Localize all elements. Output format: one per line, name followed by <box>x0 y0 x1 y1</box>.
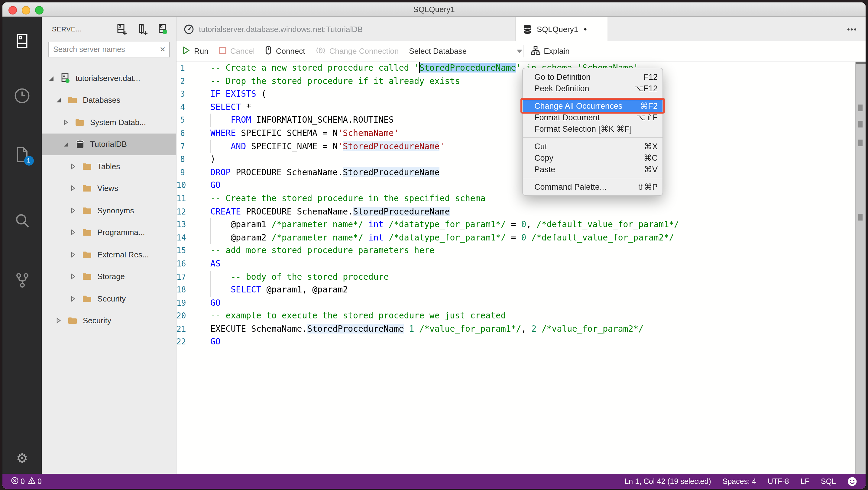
active-connections-icon[interactable] <box>157 23 168 35</box>
tree-item-programma[interactable]: Programma... <box>42 222 176 243</box>
sidebar-header: SERVE... <box>42 17 176 41</box>
twisty-collapsed-icon[interactable] <box>68 229 77 236</box>
menu-separator <box>523 137 662 138</box>
select-database-dropdown[interactable]: Select Database <box>409 46 523 56</box>
tab-server-dashboard[interactable]: tutorialserver.database.windows.net:Tuto… <box>177 17 516 41</box>
line-number: 11 <box>177 192 185 205</box>
code-lines: 1-- Create a new stored procedure called… <box>177 62 856 349</box>
tree-item-views[interactable]: Views <box>42 177 176 199</box>
menu-item-change-all-occurrences[interactable]: Change All Occurrences⌘F2 <box>523 100 662 111</box>
menu-item-command-palette[interactable]: Command Palette...⇧⌘P <box>523 181 662 192</box>
gear-icon[interactable]: ⚙ <box>2 451 42 466</box>
status-eol[interactable]: LF <box>801 477 809 486</box>
status-encoding[interactable]: UTF-8 <box>768 477 789 486</box>
tree-item-synonyms[interactable]: Synonyms <box>42 199 176 222</box>
twisty-collapsed-icon[interactable] <box>68 273 77 280</box>
problems-indicator[interactable]: 0 0 <box>11 477 42 486</box>
overview-cursor-mark <box>856 62 866 64</box>
twisty-collapsed-icon[interactable] <box>68 207 77 214</box>
explain-button[interactable]: Explain <box>530 45 569 57</box>
search-server-input[interactable]: Search server names ✕ <box>49 42 170 57</box>
twisty-collapsed-icon[interactable] <box>68 185 77 192</box>
menu-item-paste[interactable]: Paste⌘V <box>523 163 662 175</box>
line-number: 9 <box>177 166 185 179</box>
twisty-collapsed-icon[interactable] <box>61 119 69 126</box>
editor-context-menu: Go to DefinitionF12Peek Definition⌥F12Ch… <box>522 68 663 196</box>
twisty-collapsed-icon[interactable] <box>54 318 62 324</box>
twisty-expanded-icon[interactable] <box>54 97 62 104</box>
menu-item-go-to-definition[interactable]: Go to DefinitionF12 <box>523 71 662 83</box>
indent-guide <box>210 218 211 231</box>
open-editors-badge: 1 <box>24 156 34 166</box>
tree-item-databases[interactable]: Databases <box>42 89 176 111</box>
code-line-19: 19GO <box>177 296 856 309</box>
menu-item-label: Command Palette... <box>534 182 607 191</box>
twisty-expanded-icon[interactable] <box>46 75 55 81</box>
change-connection-button[interactable]: Change Connection <box>315 45 399 57</box>
activity-item-search[interactable] <box>2 210 42 234</box>
line-number: 18 <box>177 283 185 296</box>
tree-item-external-res[interactable]: External Res... <box>42 243 176 265</box>
tree-item-security[interactable]: Security <box>42 309 176 332</box>
cancel-button[interactable]: Cancel <box>219 46 255 56</box>
menu-item-format-document[interactable]: Format Document⌥⇧F <box>523 111 662 123</box>
twisty-collapsed-icon[interactable] <box>68 163 77 170</box>
tab-sqlquery1[interactable]: SQLQuery1 ● <box>516 17 608 41</box>
line-number: 4 <box>177 101 185 114</box>
tree-item-label: tutorialserver.dat... <box>75 74 140 83</box>
menu-item-label: Go to Definition <box>534 72 591 81</box>
activity-item-source-control[interactable] <box>2 269 42 294</box>
status-language-mode[interactable]: SQL <box>821 477 836 486</box>
new-connection-icon[interactable] <box>116 23 128 35</box>
occurrence-highlight: StoredProcedureName <box>343 141 439 151</box>
occurrence-highlight: StoredProcedureName <box>353 206 450 216</box>
sidebar-title: SERVE... <box>52 25 82 33</box>
menu-item-cut[interactable]: Cut⌘X <box>523 140 662 152</box>
tree-item-system-datab[interactable]: System Datab... <box>42 111 176 133</box>
menu-item-format-selection-k-f[interactable]: Format Selection [⌘K ⌘F] <box>523 123 662 134</box>
code-line-16: 16AS <box>177 257 856 270</box>
feedback-smiley-icon[interactable] <box>847 477 857 486</box>
twisty-expanded-icon[interactable] <box>61 141 69 148</box>
tree-item-storage[interactable]: Storage <box>42 265 176 288</box>
editor-scrollbar[interactable] <box>855 62 866 474</box>
overview-ruler-mark <box>858 121 863 128</box>
folder-icon <box>75 119 85 126</box>
error-count: 0 <box>21 477 25 486</box>
servers-sidebar: SERVE... Search server names ✕ tutorials… <box>42 17 177 474</box>
tree-item-tables[interactable]: Tables <box>42 155 176 177</box>
line-number: 2 <box>177 75 185 88</box>
activity-item-open-editors[interactable]: 1 <box>2 144 42 168</box>
status-cursor-position[interactable]: Ln 1, Col 42 (19 selected) <box>624 477 711 486</box>
line-number: 8 <box>177 153 185 166</box>
editor-actions-menu-icon[interactable]: ••• <box>847 17 857 41</box>
line-number: 10 <box>177 179 185 192</box>
activity-item-servers[interactable] <box>2 30 42 54</box>
line-number: 7 <box>177 140 185 153</box>
code-line-11: 11-- Create the stored procedure in the … <box>177 192 856 205</box>
tree-item-security[interactable]: Security <box>42 288 176 309</box>
tree-item-tutorialserver-dat[interactable]: tutorialserver.dat... <box>42 67 176 89</box>
server-icon <box>60 73 70 84</box>
run-button[interactable]: Run <box>182 45 209 57</box>
activity-item-task-history[interactable] <box>2 85 42 109</box>
code-line-1: 1-- Create a new stored procedure called… <box>177 62 856 75</box>
twisty-collapsed-icon[interactable] <box>68 251 77 258</box>
status-indentation[interactable]: Spaces: 4 <box>723 477 756 486</box>
folder-icon <box>82 229 92 236</box>
twisty-collapsed-icon[interactable] <box>68 295 77 302</box>
indent-guide <box>210 114 211 127</box>
menu-item-peek-definition[interactable]: Peek Definition⌥F12 <box>523 83 662 94</box>
menu-item-label: Format Document <box>534 113 600 122</box>
code-line-18: 18 SELECT @param1, @param2 <box>177 283 856 296</box>
tree-item-tutorialdb[interactable]: TutorialDB <box>42 133 176 155</box>
code-editor[interactable]: 1-- Create a new stored procedure called… <box>177 62 866 474</box>
indent-guide <box>210 140 211 153</box>
connect-button[interactable]: Connect <box>265 45 305 57</box>
tree-item-label: Security <box>97 294 126 303</box>
status-bar: 0 0 Ln 1, Col 42 (19 selected)Spaces: 4U… <box>2 474 866 489</box>
menu-item-copy[interactable]: Copy⌘C <box>523 152 662 163</box>
new-server-group-icon[interactable] <box>136 23 148 35</box>
clear-search-icon[interactable]: ✕ <box>160 45 166 54</box>
menu-item-shortcut: ⇧⌘P <box>637 182 658 192</box>
